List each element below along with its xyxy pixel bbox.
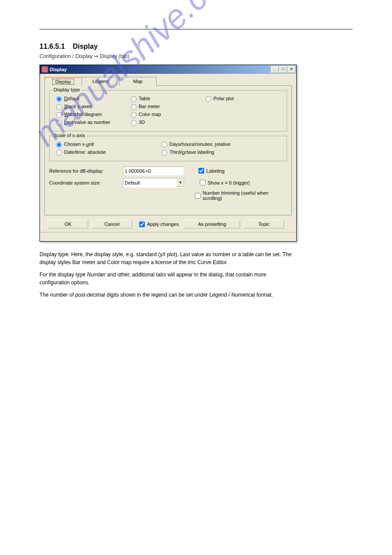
radio-default[interactable]: Default xyxy=(54,95,129,102)
group-display-type: Display type Default Stack y-axes Waterf… xyxy=(49,90,287,131)
chk-number-trimming[interactable]: Number trimming (useful when scrolling) xyxy=(193,190,287,201)
section-number: 11.6.5.1 xyxy=(40,43,65,50)
as-presetting-button[interactable]: As presetting xyxy=(184,220,240,229)
radio-dhm-relative[interactable]: Days/hours/minutes: relative xyxy=(159,141,230,148)
page-rule xyxy=(40,29,352,29)
radio-bar-meter[interactable]: Bar meter xyxy=(129,103,203,110)
tab-map[interactable]: Map xyxy=(119,77,157,86)
section-heading: 11.6.5.1 Display xyxy=(40,43,352,51)
titlebar: Display _ □ × xyxy=(40,65,296,74)
para-number-type: For the display type Number and other, a… xyxy=(40,271,294,287)
window-title: Display xyxy=(50,67,67,72)
radio-datetime-absolute[interactable]: Date/time: absolute xyxy=(54,149,159,156)
tab-display[interactable]: Display xyxy=(44,77,82,86)
chk-labeling[interactable]: Labeling xyxy=(197,167,225,175)
cancel-button[interactable]: Cancel xyxy=(92,220,132,229)
tabstrip: Display Legend Map xyxy=(44,76,292,86)
section-nav-path: Configuration / Display ⇒ Display (tab) xyxy=(40,53,352,59)
section-title: Display xyxy=(73,43,98,50)
tab-legend[interactable]: Legend xyxy=(82,77,119,86)
label-coord-size: Coordinate system size: xyxy=(49,180,123,185)
radio-chosen-x-unit[interactable]: Chosen x-unit xyxy=(54,141,159,148)
input-ref-db[interactable] xyxy=(123,167,183,175)
para-display-type: Display type: Here, the display style, e… xyxy=(40,250,294,266)
radio-color-map[interactable]: Color map xyxy=(129,111,203,118)
button-bar: OK Cancel Apply changes As presetting To… xyxy=(44,218,292,230)
group-display-type-legend: Display type xyxy=(52,87,81,92)
minimize-button[interactable]: _ xyxy=(271,66,279,73)
group-scale-x-axis: Scale of x-axis Chosen x-unit Date/time:… xyxy=(49,136,287,161)
app-icon xyxy=(42,66,48,73)
chk-show-x0[interactable]: Show x = 0 (trigger) xyxy=(198,178,250,187)
radio-table[interactable]: Table xyxy=(129,95,203,102)
radio-waterfall[interactable]: Waterfall diagram xyxy=(54,111,129,118)
maximize-button[interactable]: □ xyxy=(279,66,287,73)
display-dialog: Display _ □ × Display Legend Map Display… xyxy=(40,65,297,242)
status-bar xyxy=(41,232,295,240)
radio-stack-y-axes[interactable]: Stack y-axes xyxy=(54,103,129,110)
group-scale-x-legend: Scale of x-axis xyxy=(52,133,86,138)
label-ref-db: Reference for dB-display: xyxy=(49,168,123,174)
body-text: Display type: Here, the display style, e… xyxy=(40,250,294,299)
ok-button[interactable]: OK xyxy=(48,220,88,229)
para-legend-digits: The number of post-decimal digits shown … xyxy=(40,291,294,299)
close-button[interactable]: × xyxy=(288,66,295,73)
radio-last-value-number[interactable]: Last value as number xyxy=(54,119,129,126)
radio-3d[interactable]: 3D xyxy=(129,119,203,126)
chk-apply-changes[interactable]: Apply changes xyxy=(137,220,179,229)
radio-polar-plot[interactable]: Polar plot xyxy=(203,95,278,102)
chevron-down-icon[interactable]: ▼ xyxy=(176,179,184,187)
select-coord-size[interactable]: Default ▼ xyxy=(123,178,185,188)
topic-button[interactable]: Topic xyxy=(244,220,284,229)
radio-third-octave[interactable]: Third/octave labeling xyxy=(159,149,230,156)
